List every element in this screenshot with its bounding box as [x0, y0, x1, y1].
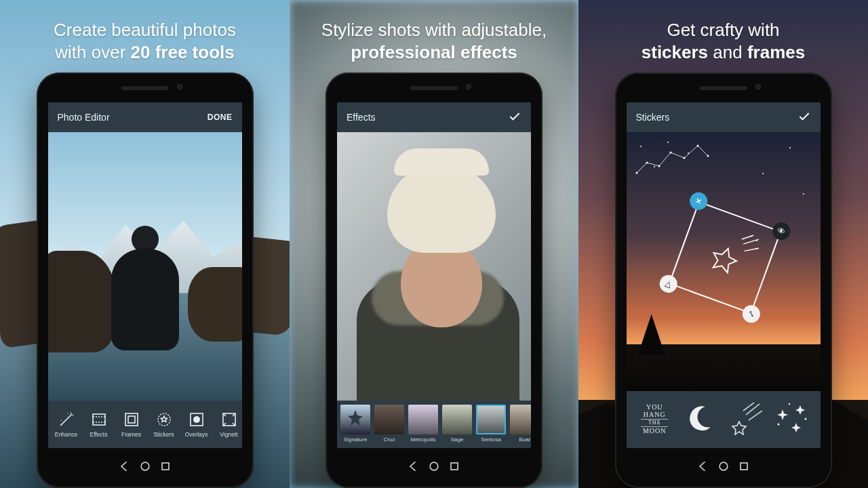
android-nav-bar [115, 452, 176, 481]
effect-metropolis[interactable]: Metropolis [408, 405, 439, 443]
phone-mockup: Effects Signature Cruz Metropolis Sage S… [326, 73, 542, 488]
panel-effects: Stylize shots with adjustable, professio… [290, 0, 578, 488]
android-nav-bar [403, 452, 465, 481]
triangle-icon: △ [664, 279, 673, 289]
phone-screen: Photo Editor DONE Enhance Effects [48, 102, 242, 448]
nav-back-icon[interactable] [115, 456, 135, 476]
nav-back-icon[interactable] [403, 456, 424, 476]
svg-rect-2 [128, 416, 135, 423]
svg-point-12 [646, 162, 648, 164]
effect-sage[interactable]: Sage [441, 405, 473, 443]
done-button[interactable]: DONE [208, 113, 233, 122]
effects-strip[interactable]: Signature Cruz Metropolis Sage Sentosa B… [337, 401, 531, 448]
nav-home-icon[interactable] [424, 456, 444, 476]
app-bar: Photo Editor DONE [48, 102, 242, 132]
headline-bold: 20 free tools [131, 42, 235, 62]
effect-boar[interactable]: Boar [509, 405, 531, 443]
headline-line1: Get crafty with [667, 20, 779, 40]
headline-bold2: frames [747, 42, 805, 62]
effect-label: Sage [451, 436, 464, 443]
headline: Stylize shots with adjustable, professio… [308, 0, 560, 63]
photo-canvas[interactable]: ✕ 👁 △ ⤡ [627, 132, 821, 391]
app-bar-title: Stickers [636, 112, 670, 123]
phone-screen: Stickers [627, 102, 821, 448]
svg-point-16 [696, 145, 698, 147]
android-nav-bar [693, 452, 754, 481]
sticker-option-shooting-star[interactable] [726, 399, 766, 440]
photo-canvas[interactable] [337, 132, 531, 401]
svg-rect-0 [93, 414, 105, 425]
nav-recent-icon[interactable] [444, 456, 465, 476]
filmstrip-icon [90, 411, 108, 428]
overlay-icon [188, 411, 205, 428]
photo-canvas[interactable] [48, 132, 242, 401]
sticker-option-sparkles[interactable] [772, 399, 812, 440]
svg-point-11 [635, 172, 637, 174]
panel-stickers: Get crafty with stickers and frames Stic… [578, 0, 868, 488]
effect-sentosa[interactable]: Sentosa [475, 405, 507, 443]
svg-point-13 [658, 165, 660, 167]
nav-recent-icon[interactable] [734, 456, 754, 476]
shooting-star-icon [727, 401, 765, 438]
phone-speaker [121, 86, 169, 90]
tool-overlays[interactable]: Overlays [181, 411, 212, 438]
nav-back-icon[interactable] [693, 456, 713, 476]
effect-label: Cruz [384, 436, 395, 443]
phone-speaker [700, 86, 747, 90]
nav-recent-icon[interactable] [155, 456, 176, 476]
headline-line1: Create beautiful photos [54, 20, 236, 40]
svg-point-23 [789, 403, 790, 405]
headline-line1: Stylize shots with adjustable, [321, 20, 547, 40]
tool-label: Frames [121, 431, 141, 438]
tool-vignette[interactable]: Vignett [214, 411, 242, 438]
svg-point-24 [719, 462, 728, 470]
headline: Get crafty with stickers and frames [628, 0, 818, 63]
effect-label: Signature [344, 436, 367, 443]
svg-rect-10 [451, 463, 458, 470]
svg-point-21 [804, 418, 806, 420]
close-icon: ✕ [694, 195, 703, 207]
sticker-option-moon-text[interactable]: YOU HANG THE MOON [634, 399, 675, 440]
headline-mid: and [708, 42, 747, 62]
effect-label: Metropolis [411, 436, 436, 443]
svg-point-17 [707, 155, 709, 157]
effect-label: Boar [519, 436, 531, 443]
app-bar: Stickers [627, 102, 821, 132]
sticker-option-crescent[interactable] [680, 399, 721, 440]
tool-label: Effects [90, 431, 108, 438]
tool-frames[interactable]: Frames [116, 411, 147, 438]
tool-stickers[interactable]: Stickers [149, 411, 180, 438]
headline-bold: professional effects [351, 42, 517, 62]
sparkles-icon [773, 401, 811, 438]
svg-rect-8 [162, 463, 169, 470]
promo-triptych: Create beautiful photos with over 20 fre… [0, 0, 868, 488]
tool-effects[interactable]: Effects [83, 411, 115, 438]
headline-bold1: stickers [642, 42, 708, 62]
tool-row: Enhance Effects Frames Stickers [48, 401, 242, 448]
headline: Create beautiful photos with over 20 fre… [40, 0, 250, 63]
svg-point-22 [777, 424, 779, 426]
tool-label: Enhance [55, 431, 78, 438]
svg-rect-25 [741, 463, 747, 470]
tool-label: Stickers [153, 431, 174, 438]
magic-wand-icon [58, 411, 75, 428]
confirm-button[interactable] [797, 110, 811, 125]
crescent-moon-icon [684, 401, 717, 438]
effect-signature[interactable]: Signature [340, 405, 371, 443]
phone-speaker [410, 86, 458, 90]
svg-rect-1 [125, 413, 138, 426]
svg-point-5 [193, 416, 200, 423]
nav-home-icon[interactable] [135, 456, 155, 476]
vignette-icon [220, 411, 238, 428]
svg-point-14 [669, 152, 671, 154]
nav-home-icon[interactable] [713, 456, 734, 476]
confirm-button[interactable] [508, 110, 521, 125]
sticker-picker-row[interactable]: YOU HANG THE MOON [627, 391, 821, 448]
app-bar: Effects [337, 102, 531, 132]
frame-icon [123, 411, 140, 428]
tool-enhance[interactable]: Enhance [51, 411, 82, 438]
effect-cruz[interactable]: Cruz [374, 405, 405, 443]
you-hang-the-moon-icon: YOU HANG THE MOON [641, 404, 668, 435]
tool-label: Overlays [185, 431, 208, 438]
phone-camera-dot [755, 84, 761, 89]
